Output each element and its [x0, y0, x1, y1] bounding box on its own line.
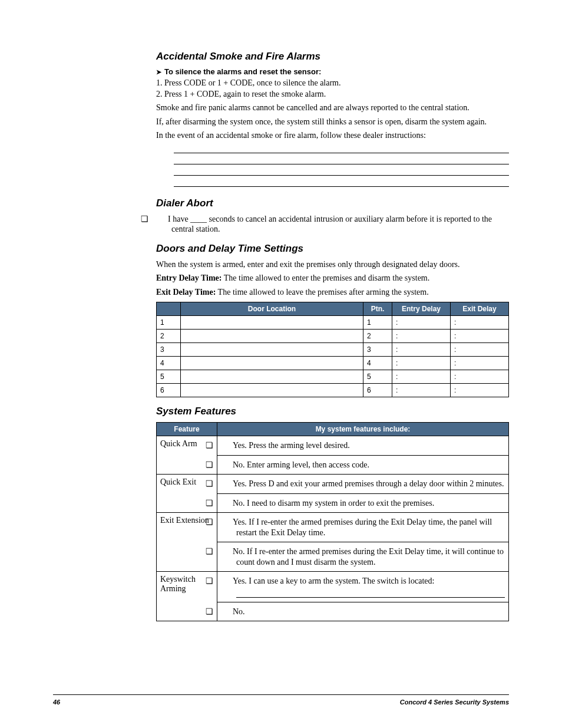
subhead-text: To silence the alarms and reset the sens… [164, 67, 321, 76]
para-cannot-cancel: Smoke and fire panic alarms cannot be ca… [156, 103, 509, 113]
door-location-cell[interactable] [181, 370, 363, 384]
option-text: Yes. I can use a key to arm the system. … [233, 577, 434, 585]
table-row: Quick Exit ❏Yes. Press D and exit your a… [157, 475, 509, 494]
th-ptn: Ptn. [363, 302, 392, 316]
table-row: 3 3 : : [157, 343, 509, 357]
th-include: My system features include: [217, 423, 509, 436]
arrow-icon [156, 67, 164, 76]
exit-delay-cell[interactable]: : [451, 330, 509, 343]
table-row: Exit Extension ❏Yes. If I re-enter the a… [157, 513, 509, 542]
para-doors-intro: When the system is armed, enter and exit… [156, 259, 509, 270]
fill-line[interactable] [236, 590, 505, 598]
checkbox-icon[interactable]: ❏ [221, 498, 233, 509]
subhead-silence: To silence the alarms and reset the sens… [156, 67, 509, 76]
para-dealer-instructions: In the event of an accidental smoke or f… [156, 130, 509, 141]
entry-delay-cell[interactable]: : [392, 357, 451, 370]
door-location-cell[interactable] [181, 316, 363, 330]
exit-delay-cell[interactable]: : [451, 343, 509, 357]
exit-delay-cell[interactable]: : [451, 370, 509, 384]
table-row: Quick Arm ❏Yes. Press the arming level d… [157, 436, 509, 456]
th-entry-delay: Entry Delay [392, 302, 451, 316]
feature-option: ❏No. If I re-enter the armed premises du… [217, 542, 509, 572]
dialer-abort-text: I have ____ seconds to cancel an acciden… [168, 215, 492, 234]
checkbox-icon[interactable]: ❏ [221, 460, 233, 470]
feature-option: ❏No. [217, 602, 509, 621]
door-location-cell[interactable] [181, 343, 363, 357]
table-row: 1 1 : : [157, 316, 509, 330]
table-row: 6 6 : : [157, 384, 509, 397]
checkbox-icon[interactable]: ❏ [156, 214, 168, 225]
option-text: No. I need to disarm my system in order … [233, 499, 434, 508]
fill-line[interactable] [174, 156, 509, 164]
feature-option: ❏No. Enter arming level, then access cod… [217, 455, 509, 475]
checkbox-icon[interactable]: ❏ [221, 546, 233, 557]
delay-table: Door Location Ptn. Entry Delay Exit Dela… [156, 302, 509, 397]
fill-line[interactable] [174, 167, 509, 176]
ptn-cell: 5 [363, 370, 392, 384]
para-entry-delay: Entry Delay Time: The time allowed to en… [156, 273, 509, 284]
table-row: 2 2 : : [157, 330, 509, 343]
ptn-cell: 6 [363, 384, 392, 397]
row-num: 4 [157, 357, 181, 370]
entry-delay-label: Entry Delay Time: [156, 274, 222, 282]
door-location-cell[interactable] [181, 384, 363, 397]
ptn-cell: 4 [363, 357, 392, 370]
table-row: 5 5 : : [157, 370, 509, 384]
heading-system-features: System Features [156, 406, 509, 417]
entry-delay-text: The time allowed to enter the premises a… [222, 274, 429, 282]
checkbox-icon[interactable]: ❏ [221, 440, 233, 451]
heading-doors: Doors and Delay Time Settings [156, 243, 509, 255]
para-exit-delay: Exit Delay Time: The time allowed to lea… [156, 287, 509, 298]
exit-delay-cell[interactable]: : [451, 384, 509, 397]
door-location-cell[interactable] [181, 357, 363, 370]
feature-option: ❏Yes. Press D and exit your armed premis… [217, 475, 509, 494]
ptn-cell: 3 [363, 343, 392, 357]
option-text: Yes. Press the arming level desired. [233, 441, 350, 450]
page-number: 46 [53, 699, 60, 706]
feature-option: ❏Yes. Press the arming level desired. [217, 436, 509, 456]
table-row: Keyswitch Arming ❏Yes. I can use a key t… [157, 572, 509, 602]
step-1: 1. Press CODE or 1 + CODE, once to silen… [156, 78, 509, 88]
entry-delay-cell[interactable]: : [392, 384, 451, 397]
ptn-cell: 1 [363, 316, 392, 330]
fill-line[interactable] [174, 144, 509, 153]
th-exit-delay: Exit Delay [451, 302, 509, 316]
option-text: Yes. If I re-enter the armed premises du… [233, 518, 492, 537]
checkbox-icon[interactable]: ❏ [221, 517, 233, 528]
checkbox-icon[interactable]: ❏ [221, 576, 233, 587]
feature-option: ❏Yes. I can use a key to arm the system.… [217, 572, 509, 602]
th-blank [157, 302, 181, 316]
row-num: 2 [157, 330, 181, 343]
fill-line[interactable] [174, 178, 509, 187]
entry-delay-cell[interactable]: : [392, 316, 451, 330]
row-num: 1 [157, 316, 181, 330]
heading-accidental: Accidental Smoke and Fire Alarms [156, 51, 509, 62]
checkbox-icon[interactable]: ❏ [221, 607, 233, 617]
option-text: Yes. Press D and exit your armed premise… [233, 479, 504, 488]
footer-title: Concord 4 Series Security Systems [400, 699, 509, 706]
feature-option: ❏Yes. If I re-enter the armed premises d… [217, 513, 509, 542]
th-feature: Feature [157, 423, 217, 436]
table-row: 4 4 : : [157, 357, 509, 370]
exit-delay-label: Exit Delay Time: [156, 288, 216, 297]
row-num: 5 [157, 370, 181, 384]
th-door-location: Door Location [181, 302, 363, 316]
page-footer: 46 Concord 4 Series Security Systems [53, 694, 509, 706]
entry-delay-cell[interactable]: : [392, 330, 451, 343]
checkbox-icon[interactable]: ❏ [221, 479, 233, 489]
door-location-cell[interactable] [181, 330, 363, 343]
para-disarm-again: If, after disarming the system once, the… [156, 117, 509, 127]
row-num: 3 [157, 343, 181, 357]
exit-delay-cell[interactable]: : [451, 316, 509, 330]
entry-delay-cell[interactable]: : [392, 370, 451, 384]
heading-dialer-abort: Dialer Abort [156, 197, 509, 209]
entry-delay-cell[interactable]: : [392, 343, 451, 357]
exit-delay-cell[interactable]: : [451, 357, 509, 370]
option-text: No. If I re-enter the armed premises dur… [233, 547, 504, 566]
feature-option: ❏No. I need to disarm my system in order… [217, 493, 509, 513]
row-num: 6 [157, 384, 181, 397]
ptn-cell: 2 [363, 330, 392, 343]
step-2: 2. Press 1 + CODE, again to reset the sm… [156, 90, 509, 99]
features-table: Feature My system features include: Quic… [156, 422, 509, 621]
dialer-abort-option: ❏I have ____ seconds to cancel an accide… [156, 214, 509, 235]
